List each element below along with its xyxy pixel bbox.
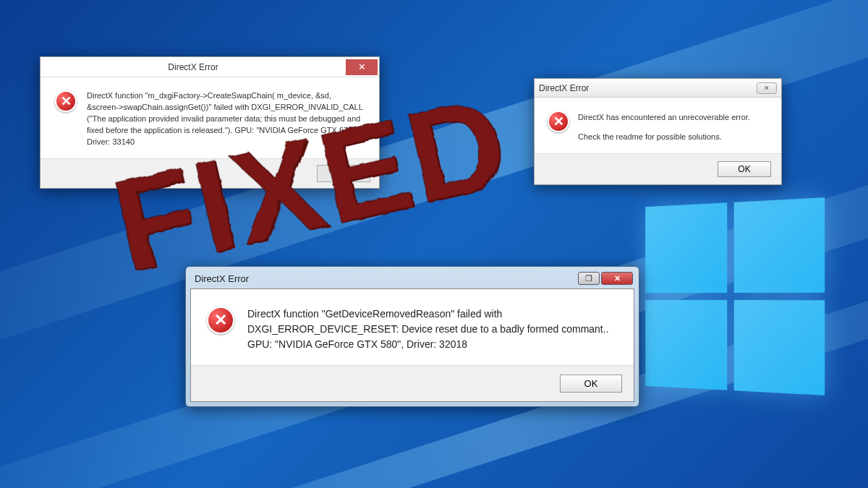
error-line-2: Check the readme for possible solutions. (578, 130, 750, 144)
maximize-button[interactable]: ❐ (578, 272, 600, 285)
titlebar[interactable]: DirectX Error ✕ (535, 79, 781, 98)
ok-button[interactable]: OK (317, 165, 370, 182)
windows-logo (645, 197, 825, 395)
close-button[interactable]: ✕ (346, 59, 378, 75)
ok-button[interactable]: OK (718, 161, 771, 177)
dialog-title: DirectX Error (539, 83, 757, 93)
ok-button[interactable]: OK (560, 374, 622, 393)
error-icon: ✕ (207, 307, 234, 334)
close-button[interactable]: ✕ (601, 272, 633, 285)
error-icon: ✕ (55, 90, 77, 112)
error-line-1: DirectX has encountered an unrecoverable… (578, 111, 750, 124)
directx-error-dialog-1: DirectX Error ✕ ✕ DirectX function "m_dx… (40, 56, 380, 189)
titlebar[interactable]: DirectX Error ❐ ✕ (190, 271, 634, 288)
titlebar[interactable]: DirectX Error ✕ (41, 57, 379, 77)
close-button[interactable]: ✕ (757, 82, 777, 94)
directx-error-dialog-2: DirectX Error ✕ ✕ DirectX has encountere… (534, 78, 782, 185)
dialog-title: DirectX Error (195, 273, 576, 284)
dialog-title: DirectX Error (41, 62, 346, 72)
error-message: DirectX function "m_dxgiFactory->CreateS… (87, 90, 365, 148)
error-message: DirectX has encountered an unrecoverable… (578, 111, 750, 143)
error-message: DirectX function "GetDeviceRemovedReason… (247, 307, 618, 352)
directx-error-dialog-3: DirectX Error ❐ ✕ ✕ DirectX function "Ge… (185, 266, 639, 407)
error-icon: ✕ (548, 111, 569, 132)
